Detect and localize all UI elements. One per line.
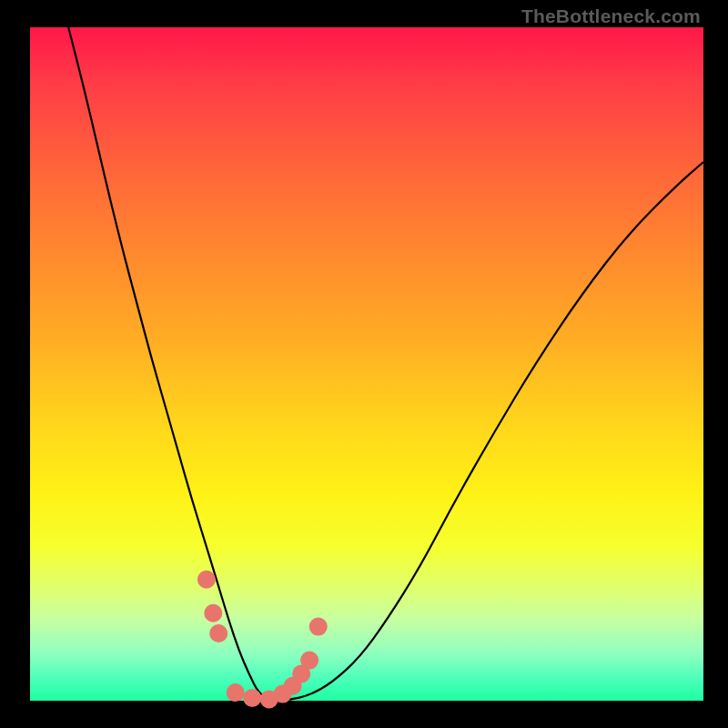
data-dot bbox=[300, 652, 318, 670]
dot-layer bbox=[197, 571, 328, 709]
bottleneck-curve bbox=[68, 27, 703, 701]
chart-frame: TheBottleneck.com bbox=[0, 0, 728, 728]
data-dot bbox=[309, 618, 328, 636]
data-dot bbox=[243, 689, 261, 707]
data-dot bbox=[209, 624, 228, 642]
data-dot bbox=[204, 604, 222, 622]
watermark-text: TheBottleneck.com bbox=[521, 5, 701, 27]
chart-svg bbox=[0, 0, 728, 728]
data-dot bbox=[227, 683, 245, 702]
data-dot bbox=[197, 571, 216, 589]
